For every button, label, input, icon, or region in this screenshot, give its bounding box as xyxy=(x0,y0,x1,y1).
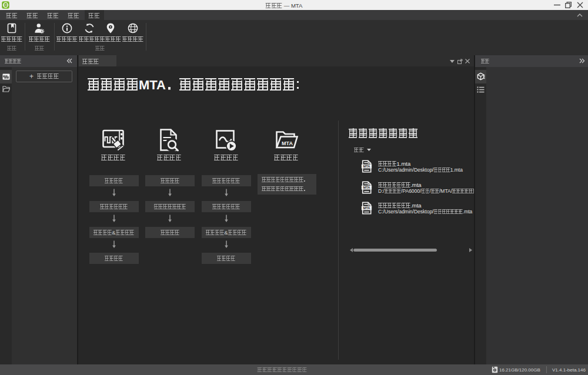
svg-text:MTA: MTA xyxy=(363,186,370,189)
svg-text:MTA: MTA xyxy=(282,140,293,146)
svg-text:MTA: MTA xyxy=(363,206,370,210)
svg-text:MTA: MTA xyxy=(363,165,370,168)
